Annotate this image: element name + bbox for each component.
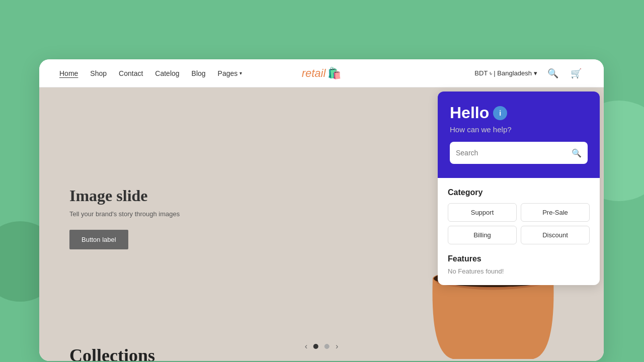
category-discount[interactable]: Discount	[521, 226, 590, 244]
nav-catelog[interactable]: Catelog	[155, 69, 179, 77]
slide-dot-1[interactable]	[313, 344, 318, 349]
currency-chevron-icon: ▾	[534, 69, 537, 77]
device-frame: Home Shop Contact Catelog Blog Pages ▾ r…	[39, 59, 604, 361]
nav-blog[interactable]: Blog	[192, 69, 206, 77]
category-presale[interactable]: Pre-Sale	[521, 203, 590, 222]
hero-text-area: Image slide Tell your brand's story thro…	[69, 187, 180, 249]
nav-links: Home Shop Contact Catelog Blog Pages ▾	[59, 69, 474, 77]
help-search-input[interactable]	[456, 149, 572, 157]
info-icon: i	[493, 106, 507, 120]
help-search-box: 🔍	[450, 142, 588, 164]
category-billing[interactable]: Billing	[448, 226, 517, 244]
hello-text: Hello	[450, 104, 489, 122]
nav-pages-dropdown[interactable]: Pages ▾	[218, 69, 243, 77]
collections-area: Collections	[69, 345, 155, 361]
hero-title: Image slide	[69, 187, 180, 205]
pages-chevron-icon: ▾	[239, 70, 242, 76]
hero-button[interactable]: Button label	[69, 230, 128, 249]
search-button[interactable]: 🔍	[545, 66, 560, 81]
nav-contact[interactable]: Contact	[119, 69, 143, 77]
category-support[interactable]: Support	[448, 203, 517, 222]
slide-dot-2[interactable]	[325, 344, 330, 349]
logo-text: retail	[302, 67, 326, 80]
help-panel: Hello i How can we help? 🔍 Category Supp…	[438, 92, 600, 285]
collections-heading: Collections	[69, 345, 155, 361]
navbar: Home Shop Contact Catelog Blog Pages ▾ r…	[39, 59, 604, 87]
features-empty-message: No Features found!	[448, 267, 590, 275]
logo-bag-icon: 🛍️	[328, 67, 341, 80]
category-section: Category Support Pre-Sale Billing Discou…	[448, 188, 590, 244]
hello-row: Hello i	[450, 104, 588, 122]
help-panel-header: Hello i How can we help? 🔍	[438, 92, 600, 178]
help-subtitle: How can we help?	[450, 125, 588, 134]
category-grid: Support Pre-Sale Billing Discount	[448, 203, 590, 244]
nav-pages-label[interactable]: Pages	[218, 69, 238, 77]
features-title: Features	[448, 254, 590, 263]
cart-button[interactable]: 🛒	[569, 66, 584, 81]
help-search-icon-button[interactable]: 🔍	[572, 148, 582, 158]
help-panel-body: Category Support Pre-Sale Billing Discou…	[438, 178, 600, 285]
slider-next[interactable]: ›	[336, 342, 338, 351]
nav-home[interactable]: Home	[59, 69, 78, 77]
slider-prev[interactable]: ‹	[305, 342, 307, 351]
category-title: Category	[448, 188, 590, 197]
features-section: Features No Features found!	[448, 254, 590, 275]
currency-selector[interactable]: BDT ৳ | Bangladesh ▾	[474, 69, 537, 77]
currency-label: BDT ৳ | Bangladesh	[474, 69, 532, 77]
slider-controls: ‹ ›	[305, 342, 339, 351]
nav-shop[interactable]: Shop	[90, 69, 107, 77]
top-background	[0, 0, 644, 59]
logo-area: retail 🛍️	[302, 67, 342, 80]
main-content: Image slide Tell your brand's story thro…	[39, 87, 604, 361]
hero-subtitle: Tell your brand's story through images	[69, 210, 180, 218]
nav-right: BDT ৳ | Bangladesh ▾ 🔍 🛒	[474, 66, 584, 81]
